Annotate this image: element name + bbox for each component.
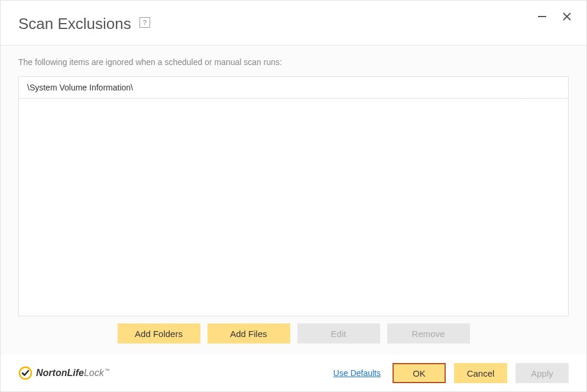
footer-right: Use Defaults OK Cancel Apply bbox=[333, 363, 569, 383]
description-text: The following items are ignored when a s… bbox=[18, 57, 569, 67]
edit-button: Edit bbox=[297, 323, 380, 344]
close-icon[interactable] bbox=[562, 11, 572, 24]
ok-button[interactable]: OK bbox=[393, 363, 446, 383]
apply-button: Apply bbox=[515, 363, 569, 383]
brand: NortonLifeLock™ bbox=[18, 366, 110, 380]
footer: NortonLifeLock™ Use Defaults OK Cancel A… bbox=[1, 355, 586, 391]
cancel-button[interactable]: Cancel bbox=[454, 363, 507, 383]
header: Scan Exclusions ? bbox=[1, 1, 586, 45]
minimize-icon[interactable] bbox=[537, 11, 547, 24]
footer-buttons: OK Cancel Apply bbox=[393, 363, 569, 383]
content-area: The following items are ignored when a s… bbox=[1, 46, 586, 355]
page-title: Scan Exclusions bbox=[18, 15, 131, 33]
add-folders-button[interactable]: Add Folders bbox=[118, 323, 200, 344]
brand-text: NortonLifeLock™ bbox=[36, 368, 110, 378]
brand-name-light: Lock bbox=[84, 368, 104, 378]
brand-tm: ™ bbox=[105, 368, 110, 374]
help-icon[interactable]: ? bbox=[140, 17, 150, 28]
exclusions-list[interactable]: \System Volume Information\ bbox=[18, 76, 569, 316]
action-buttons: Add Folders Add Files Edit Remove bbox=[18, 316, 569, 355]
window-controls bbox=[537, 11, 572, 24]
use-defaults-link[interactable]: Use Defaults bbox=[333, 368, 381, 378]
brand-name-bold: NortonLife bbox=[36, 368, 84, 378]
brand-logo-icon bbox=[18, 366, 33, 380]
list-item[interactable]: \System Volume Information\ bbox=[19, 77, 568, 99]
remove-button: Remove bbox=[387, 323, 470, 344]
add-files-button[interactable]: Add Files bbox=[207, 323, 290, 344]
